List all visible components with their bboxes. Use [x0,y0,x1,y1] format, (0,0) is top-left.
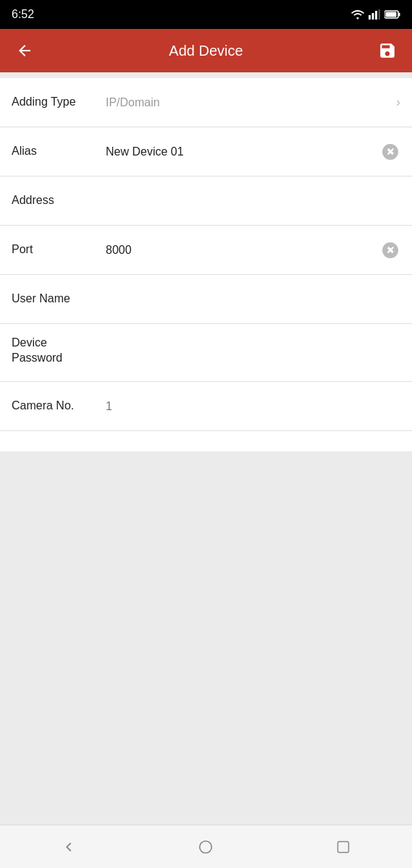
username-row: User Name [0,275,412,324]
username-input[interactable] [106,293,400,306]
device-password-row: DevicePassword [0,324,412,382]
alias-label: Alias [12,144,106,159]
adding-type-row[interactable]: Adding Type IP/Domain › [0,78,412,127]
camera-no-label: Camera No. [12,399,106,414]
address-label: Address [12,193,106,208]
app-bar-title: Add Device [38,43,374,59]
chevron-right-icon: › [396,95,400,110]
save-button[interactable] [374,38,400,64]
svg-rect-1 [372,13,374,20]
svg-rect-2 [375,11,377,20]
back-button[interactable] [12,38,38,64]
adding-type-label: Adding Type [12,95,106,110]
section-divider [0,72,412,78]
alias-clear-button[interactable]: ✕ [380,142,400,162]
port-row: Port ✕ [0,226,412,275]
nav-back-button[interactable] [47,833,91,861]
device-password-label: DevicePassword [12,336,106,366]
clear-x-icon: ✕ [387,245,395,255]
address-input[interactable] [106,195,400,208]
username-label: User Name [12,292,106,307]
signal-icon [369,9,380,20]
port-label: Port [12,242,106,258]
svg-rect-5 [399,13,400,17]
clear-x-icon: ✕ [387,147,395,156]
svg-rect-3 [379,9,381,20]
alias-row: Alias ✕ [0,127,412,176]
adding-type-value: IP/Domain [106,96,390,109]
empty-area [0,451,412,825]
bottom-nav [0,825,412,868]
svg-point-7 [200,841,212,853]
svg-rect-6 [386,12,397,17]
camera-no-row: Camera No. [0,382,412,431]
svg-rect-8 [338,841,349,852]
form-content: Adding Type IP/Domain › Alias ✕ Address … [0,78,412,451]
nav-home-button[interactable] [184,833,227,861]
app-bar: Add Device [0,29,412,72]
port-clear-button[interactable]: ✕ [380,240,400,260]
alias-input[interactable] [106,145,380,158]
camera-no-input[interactable] [106,400,400,413]
wifi-icon [351,9,364,20]
status-time: 6:52 [12,8,34,21]
battery-icon [384,10,400,19]
status-bar: 6:52 [0,0,412,29]
status-icons [351,9,400,20]
svg-rect-0 [369,15,371,20]
port-input[interactable] [106,244,380,257]
device-password-input[interactable] [106,336,400,349]
nav-recent-button[interactable] [321,833,365,861]
address-row: Address [0,176,412,226]
